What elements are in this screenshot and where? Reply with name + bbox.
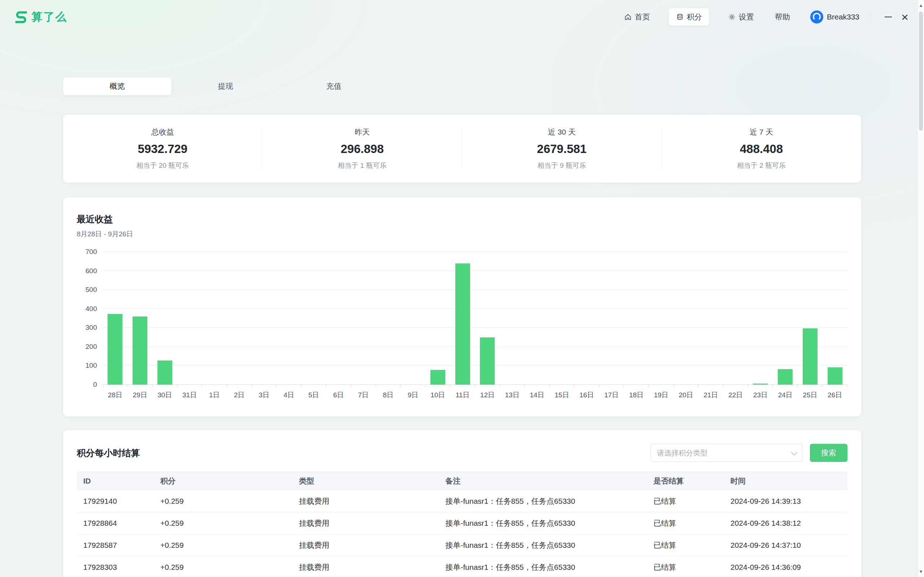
- nav-item-help[interactable]: 帮助: [773, 8, 792, 26]
- table-cell: 已结算: [647, 540, 724, 550]
- x-tick: [178, 385, 203, 387]
- user-account[interactable]: Break333: [810, 10, 859, 23]
- x-tick: [723, 385, 748, 387]
- x-tick: [500, 385, 525, 387]
- bar-chart: 0100200300400500600700 28日29日30日31日1日2日3…: [77, 252, 848, 400]
- scrollbar[interactable]: ▲ ▼: [918, 0, 924, 577]
- table-cell: +0.259: [154, 541, 292, 550]
- x-tick: [599, 385, 624, 387]
- x-tick: [575, 385, 599, 387]
- table-controls: 请选择积分类型 搜索: [650, 444, 848, 462]
- chart-bar-slot: [252, 252, 276, 385]
- column-header: 时间: [724, 476, 847, 486]
- x-tick-label: 5日: [301, 390, 326, 400]
- chart-bar-slot: [128, 252, 152, 385]
- scrollbar-thumb[interactable]: [919, 11, 923, 131]
- y-tick-label: 300: [86, 324, 97, 332]
- stat-label: 近 7 天: [662, 127, 861, 137]
- logo-text: 算了么: [31, 10, 67, 24]
- nav-item-settings[interactable]: 设置: [726, 8, 756, 26]
- logo: 算了么: [15, 10, 67, 24]
- x-tick-label: 20日: [674, 390, 698, 400]
- table-row: 17928303+0.259挂载费用接单-funasr1：任务855，任务点65…: [77, 556, 848, 577]
- x-tick-label: 6日: [326, 390, 351, 400]
- x-tick: [822, 385, 848, 387]
- chart-x-ticks: [103, 385, 848, 387]
- stat-col-1: 昨天296.898相当于 1 瓶可乐: [262, 127, 462, 170]
- gear-icon: [728, 13, 736, 21]
- username: Break333: [827, 13, 859, 21]
- x-tick-label: 16日: [574, 390, 599, 400]
- table-cell: 接单-funasr1：任务855，任务点65330: [439, 540, 647, 550]
- tab-overview[interactable]: 概览: [63, 77, 171, 95]
- chart-bar-slot: [450, 252, 475, 385]
- chart-bar-slot: [649, 252, 674, 385]
- x-tick-label: 11日: [450, 390, 475, 400]
- stat-label: 总收益: [63, 127, 263, 137]
- chart-bar: [828, 367, 842, 385]
- table-cell: 2024-09-26 14:39:13: [724, 497, 847, 506]
- stat-col-2: 近 30 天2679.581相当于 9 瓶可乐: [462, 127, 661, 170]
- chart-bar-slot: [103, 252, 128, 385]
- x-tick-label: 28日: [103, 390, 128, 400]
- x-tick: [674, 385, 699, 387]
- chart-bar-slot: [748, 252, 773, 385]
- column-header: 是否结算: [647, 476, 724, 486]
- stat-sub: 相当于 1 瓶可乐: [263, 161, 462, 170]
- x-tick: [748, 385, 773, 387]
- scroll-down-icon[interactable]: ▼: [919, 566, 923, 577]
- table-cell: 接单-funasr1：任务855，任务点65330: [439, 518, 647, 528]
- points-type-select[interactable]: 请选择积分类型: [650, 444, 803, 462]
- chart-bar: [753, 384, 768, 385]
- tab-recharge[interactable]: 充值: [280, 77, 388, 95]
- chart-bars: [103, 252, 848, 385]
- chart-bar-slot: [177, 252, 202, 385]
- search-button[interactable]: 搜索: [810, 444, 848, 462]
- main-content: 概览提现充值 总收益5932.729相当于 20 瓶可乐昨天296.898相当于…: [63, 77, 861, 577]
- chart-bar-slot: [549, 252, 575, 385]
- table-cell: 接单-funasr1：任务855，任务点65330: [439, 562, 647, 572]
- chart-bar: [132, 316, 147, 385]
- settlement-table: ID积分类型备注是否结算时间17929140+0.259挂载费用接单-funas…: [77, 471, 848, 577]
- nav-item-label: 设置: [739, 12, 754, 22]
- stat-value: 488.408: [662, 142, 861, 156]
- table-row: 17929140+0.259挂载费用接单-funasr1：任务855，任务点65…: [77, 490, 848, 513]
- x-tick-label: 1日: [202, 390, 227, 400]
- chart-date-range: 8月28日 - 9月26日: [77, 229, 848, 239]
- nav-item-points[interactable]: 积分: [669, 8, 709, 26]
- column-header: 备注: [439, 476, 647, 486]
- chart-bar-slot: [276, 252, 302, 385]
- stat-value: 2679.581: [462, 142, 661, 156]
- x-tick: [798, 385, 822, 387]
- table-cell: +0.259: [154, 497, 292, 506]
- minimize-icon: [885, 16, 892, 17]
- table-row: 17928587+0.259挂载费用接单-funasr1：任务855，任务点65…: [77, 534, 848, 556]
- chart-bar-slot: [822, 252, 848, 385]
- minimize-button[interactable]: [880, 9, 897, 25]
- column-header: 积分: [154, 476, 292, 486]
- stat-col-3: 近 7 天488.408相当于 2 瓶可乐: [661, 127, 861, 170]
- x-tick: [525, 385, 549, 387]
- chart-bar-slot: [326, 252, 351, 385]
- x-tick-label: 10日: [425, 390, 450, 400]
- stat-value: 296.898: [263, 142, 462, 156]
- table-cell: +0.259: [154, 563, 292, 572]
- close-button[interactable]: ×: [897, 9, 913, 25]
- chart-bar-slot: [773, 252, 798, 385]
- x-tick: [649, 385, 674, 387]
- stat-col-0: 总收益5932.729相当于 20 瓶可乐: [63, 127, 263, 170]
- nav-item-home[interactable]: 首页: [622, 8, 652, 26]
- tabs: 概览提现充值: [63, 77, 861, 95]
- chevron-down-icon: [791, 449, 797, 455]
- x-tick-label: 17日: [599, 390, 624, 400]
- x-tick-label: 12日: [475, 390, 500, 400]
- table-cell: 接单-funasr1：任务855，任务点65330: [439, 496, 647, 506]
- x-tick-label: 13日: [500, 390, 525, 400]
- table-cell: 2024-09-26 14:36:09: [724, 563, 847, 572]
- column-header: 类型: [292, 476, 439, 486]
- chart-title: 最近收益: [77, 213, 848, 225]
- tab-withdraw[interactable]: 提现: [171, 77, 280, 95]
- table-cell: 2024-09-26 14:37:10: [724, 541, 847, 550]
- chart-bar-slot: [624, 252, 649, 385]
- scroll-up-icon[interactable]: ▲: [919, 0, 923, 11]
